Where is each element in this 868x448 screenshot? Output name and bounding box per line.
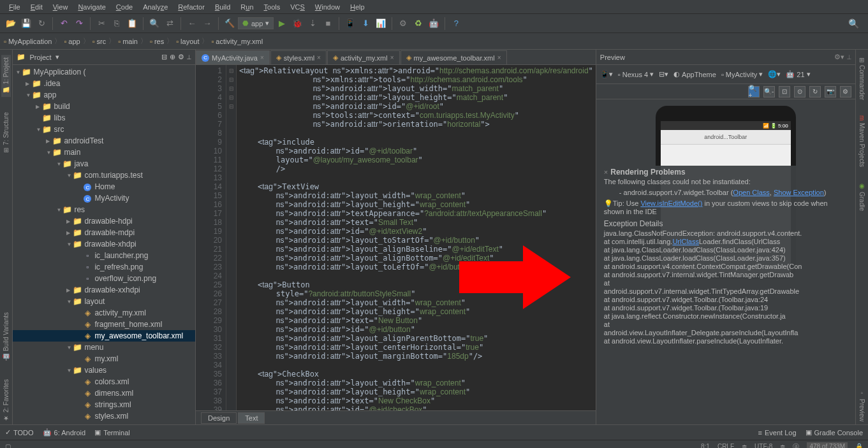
hide-icon[interactable]: ⟂ <box>847 53 851 61</box>
tab-commander[interactable]: ⊞Commander <box>857 55 867 103</box>
terminal-button[interactable]: ▣ Terminal <box>94 428 130 437</box>
tab-build-variants[interactable]: 🤖Build Variants <box>1 310 11 364</box>
tree-row[interactable]: ◈my.xml <box>13 353 195 365</box>
tab-preview[interactable]: ▫Preview <box>857 387 867 424</box>
close-icon[interactable]: × <box>260 54 264 61</box>
api-combo[interactable]: 🤖21▾ <box>786 70 810 78</box>
tree-row[interactable]: ▼📁menu <box>13 342 195 353</box>
tree-row[interactable]: CMyActivity <box>13 192 195 204</box>
refresh-icon[interactable]: ↻ <box>809 86 821 98</box>
tree-row[interactable]: ▼📁layout <box>13 296 195 307</box>
zoom-actual-icon[interactable]: ⊙ <box>794 86 805 98</box>
tree-row[interactable]: ▼📁main <box>13 147 195 158</box>
tab-structure[interactable]: ⊞7: Structure <box>1 110 11 155</box>
copy-icon[interactable]: ⎘ <box>110 17 124 31</box>
tree-row[interactable]: ▶📁androidTest <box>13 135 195 147</box>
open-icon[interactable]: 📂 <box>4 17 18 31</box>
tree-row[interactable]: ▼📁app <box>13 89 195 101</box>
tree-row[interactable]: ▶📁drawable-mdpi <box>13 227 195 238</box>
lock-icon[interactable]: 🔒 <box>855 443 863 448</box>
tab-project[interactable]: 📁1: Project <box>1 55 11 97</box>
project-tree[interactable]: ▼📁MyApplication (▶📁.idea▼📁app▶📁build📁lib… <box>13 65 195 424</box>
tree-row[interactable]: ▶📁drawable-hdpi <box>13 215 195 227</box>
editor-tab[interactable]: ◈activity_my.xml× <box>327 50 400 64</box>
replace-icon[interactable]: ⇄ <box>163 17 177 31</box>
tree-row[interactable]: ◈dimens.xml <box>13 387 195 399</box>
stop-icon[interactable]: ■ <box>321 17 335 31</box>
tree-row[interactable]: ◈fragment_home.xml <box>13 319 195 330</box>
editor-tab[interactable]: ◈styles.xml× <box>270 50 327 64</box>
undo-icon[interactable]: ↶ <box>57 17 71 31</box>
orientation-button[interactable]: 📱▾ <box>600 70 613 78</box>
tab-favorites[interactable]: ★2: Favorites <box>1 377 11 424</box>
paste-icon[interactable]: 📋 <box>125 17 139 31</box>
tree-row[interactable]: ▫overflow_icon.png <box>13 273 195 284</box>
find-icon[interactable]: 🔍 <box>147 17 161 31</box>
tree-row[interactable]: ▼📁res <box>13 204 195 215</box>
config-button[interactable]: ⊟▾ <box>659 70 668 78</box>
sync-icon[interactable]: ↻ <box>34 17 48 31</box>
menu-code[interactable]: Code <box>111 3 138 11</box>
close-icon[interactable]: × <box>497 54 501 61</box>
close-icon[interactable]: × <box>317 54 321 61</box>
structure-icon[interactable]: ⚙ <box>396 17 410 31</box>
menu-view[interactable]: View <box>48 3 73 11</box>
design-tab[interactable]: Design <box>201 412 237 424</box>
capture-icon[interactable]: 📷 <box>825 86 836 98</box>
menu-navigate[interactable]: Navigate <box>73 3 110 11</box>
help-icon[interactable]: ? <box>449 17 463 31</box>
close-icon[interactable]: × <box>390 54 394 61</box>
encoding[interactable]: UTF-8 <box>754 443 772 448</box>
line-ending[interactable]: CRLF <box>717 443 734 448</box>
tree-row[interactable]: ▼📁values <box>13 365 195 376</box>
tree-row[interactable]: ◈my_awesome_toolbar.xml <box>13 330 195 342</box>
cut-icon[interactable]: ✂ <box>94 17 108 31</box>
android-icon[interactable]: 🤖 <box>427 17 441 31</box>
collapse-icon[interactable]: ⊟ <box>161 53 167 61</box>
menu-tools[interactable]: Tools <box>259 3 286 11</box>
menu-refactor[interactable]: Refactor <box>173 3 210 11</box>
tree-row[interactable]: ▼📁MyApplication ( <box>13 66 195 78</box>
dropdown-icon[interactable]: ▾ <box>55 53 59 61</box>
back-icon[interactable]: ← <box>185 17 199 31</box>
status-icon[interactable]: ▢ <box>5 443 11 448</box>
tree-row[interactable]: ▼📁com.turiapps.test <box>13 170 195 181</box>
menu-window[interactable]: Window <box>310 3 345 11</box>
sync-gradle-icon[interactable]: ♻ <box>411 17 425 31</box>
menu-help[interactable]: Help <box>345 3 370 11</box>
tree-row[interactable]: CHome <box>13 181 195 192</box>
save-icon[interactable]: 💾 <box>19 17 33 31</box>
event-log-button[interactable]: ≡ Event Log <box>758 429 797 437</box>
attach-icon[interactable]: ⇣ <box>305 17 320 31</box>
tree-row[interactable]: ▫ic_launcher.png <box>13 250 195 261</box>
gear-icon[interactable]: ⚙▾ <box>834 53 844 61</box>
isineditmode-link[interactable]: View.isInEditMode() <box>640 199 702 207</box>
make-icon[interactable]: 🔨 <box>223 17 237 31</box>
forward-icon[interactable]: → <box>200 17 214 31</box>
breadcrumb-item[interactable]: ▫MyApplication <box>4 38 52 45</box>
menu-build[interactable]: Build <box>210 3 235 11</box>
theme-combo[interactable]: ◐ AppTheme <box>673 70 716 78</box>
device-combo[interactable]: ▫ Nexus 4▾ <box>618 70 654 78</box>
tree-row[interactable]: ▼📁src <box>13 124 195 135</box>
todo-button[interactable]: ✓ TODO <box>5 428 34 437</box>
menu-analyze[interactable]: Analyze <box>138 3 173 11</box>
tab-gradle[interactable]: ◉Gradle <box>857 180 867 213</box>
tree-row[interactable]: ▼📁drawable-xhdpi <box>13 238 195 250</box>
tree-row[interactable]: ◈styles.xml <box>13 410 195 422</box>
hide-icon[interactable]: ⟂ <box>187 53 191 61</box>
tree-row[interactable]: ▫ic_refresh.png <box>13 261 195 273</box>
show-exception-link[interactable]: Show Exception <box>774 189 824 196</box>
zoom-out-icon[interactable]: 🔍- <box>763 86 775 98</box>
activity-combo[interactable]: ▫ MyActivity▾ <box>721 70 763 78</box>
scroll-icon[interactable]: ⊕ <box>170 53 175 61</box>
gradle-console-button[interactable]: ▣ Gradle Console <box>805 428 863 437</box>
tab-maven[interactable]: mMaven Projects <box>857 113 867 170</box>
breadcrumb-item[interactable]: ▫res <box>150 38 164 45</box>
indent-icon[interactable]: ⓐ <box>793 442 799 449</box>
sdk-icon[interactable]: ⬇ <box>358 17 372 31</box>
breadcrumb-item[interactable]: ▫layout <box>176 38 199 45</box>
menu-edit[interactable]: Edit <box>26 3 48 11</box>
gear-icon[interactable]: ⚙ <box>178 53 184 61</box>
tree-row[interactable]: ◈strings.xml <box>13 399 195 410</box>
